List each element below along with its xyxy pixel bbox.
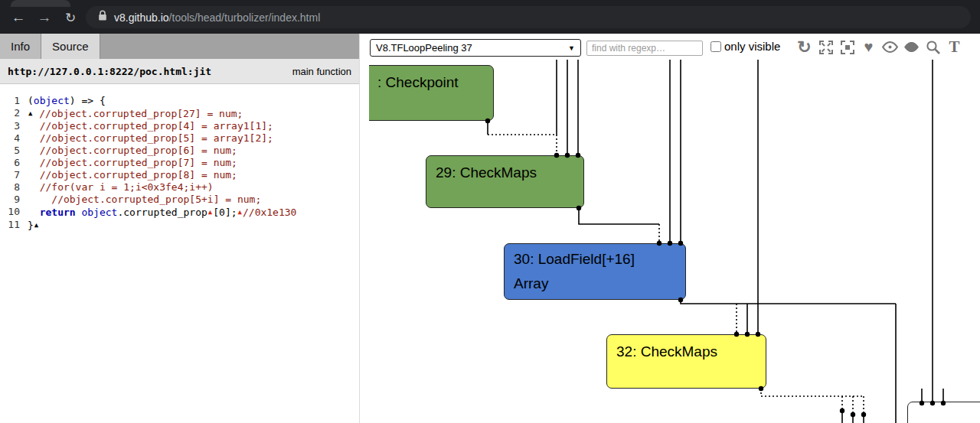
hide-selected-nodes-icon[interactable] <box>902 37 921 57</box>
graph-node-checkpoint[interactable]: : Checkpoint <box>369 65 494 121</box>
line-number: 7 <box>0 169 28 181</box>
compress-layout-icon[interactable] <box>838 37 857 57</box>
source-code: 1(object) => {2▲ //object.corrupted_prop… <box>0 84 359 232</box>
line-number: 3 <box>0 120 28 132</box>
toggle-types-icon[interactable]: T <box>945 37 964 57</box>
node-label: 29: CheckMaps <box>436 164 537 181</box>
code-line[interactable]: 11}▲ <box>0 219 359 232</box>
line-text: return object.corrupted_prop▲[0];▲//0x1e… <box>28 206 296 219</box>
graph-canvas[interactable]: : Checkpoint 29: CheckMaps 30: LoadField… <box>369 60 980 423</box>
toggle-hide-dead-nodes-icon[interactable]: ♥ <box>859 37 878 57</box>
line-number: 8 <box>0 181 28 194</box>
back-icon[interactable]: ← <box>8 8 29 28</box>
graph-node-clipped[interactable] <box>907 402 980 423</box>
layout-graph-icon[interactable]: ↻ <box>795 37 814 57</box>
url-text: v8.github.io/tools/head/turbolizer/index… <box>114 11 320 24</box>
only-visible-option: only visible <box>710 40 780 53</box>
code-line[interactable]: 8 //for(var i = 1;i<0x3fe4;i++) <box>0 181 359 194</box>
code-line[interactable]: 1(object) => { <box>0 95 359 107</box>
chevron-down-icon: ▼ <box>568 44 575 52</box>
show-all-nodes-icon[interactable] <box>816 37 835 57</box>
graph-node-32[interactable]: 32: CheckMaps <box>606 334 766 389</box>
line-text: //object.corrupted_prop[8] = num; <box>28 169 237 181</box>
code-line[interactable]: 10 return object.corrupted_prop▲[0];▲//0… <box>0 206 359 219</box>
line-number: 5 <box>0 145 28 157</box>
graph-node-29[interactable]: 29: CheckMaps <box>426 155 584 208</box>
line-number: 1 <box>0 95 28 107</box>
browser-tab[interactable] <box>11 0 70 7</box>
line-number: 11 <box>0 219 28 232</box>
line-text: (object) => { <box>28 95 106 107</box>
line-text: //object.corrupted_prop[7] = num; <box>28 157 237 169</box>
line-number: 6 <box>0 157 28 169</box>
source-header: http://127.0.0.1:8222/poc.html:jit main … <box>0 59 359 84</box>
url-path: /tools/head/turbolizer/index.html <box>169 11 321 24</box>
tab-info[interactable]: Info <box>0 34 41 59</box>
line-text: //object.corrupted_prop[6] = num; <box>28 145 237 157</box>
code-line[interactable]: 9 //object.corrupted_prop[5+i] = num; <box>0 194 359 206</box>
hide-unselected-nodes-icon[interactable] <box>880 37 900 57</box>
line-text: //object.corrupted_prop[5] = array1[2]; <box>28 132 273 145</box>
line-text: ▲ //object.corrupted_prop[27] = num; <box>28 107 243 120</box>
line-number: 9 <box>0 194 28 206</box>
only-visible-checkbox[interactable] <box>710 41 721 52</box>
forward-icon[interactable]: → <box>34 8 55 28</box>
phase-select-value: V8.TFLoopPeeling 37 <box>376 42 472 54</box>
panel-tabbar: Info Source <box>0 34 359 59</box>
code-line[interactable]: 3 //object.corrupted_prop[4] = array1[1]… <box>0 120 359 132</box>
source-panel: Info Source http://127.0.0.1:8222/poc.ht… <box>0 34 360 423</box>
turbolizer-app: ← → ↻ v8.github.io/tools/head/turbolizer… <box>0 0 980 423</box>
address-bar[interactable]: v8.github.io/tools/head/turbolizer/index… <box>86 6 971 28</box>
code-line[interactable]: 4 //object.corrupted_prop[5] = array1[2]… <box>0 132 359 145</box>
line-number: 4 <box>0 132 28 145</box>
node-label-line2: Array <box>514 272 676 296</box>
line-number: 2 <box>0 107 28 120</box>
line-number: 10 <box>0 206 28 219</box>
search-input[interactable] <box>586 41 703 56</box>
node-label-line1: 30: LoadField[+16] <box>514 247 676 272</box>
line-text: //object.corrupted_prop[5+i] = num; <box>28 194 261 206</box>
code-line[interactable]: 6 //object.corrupted_prop[7] = num; <box>0 157 359 169</box>
graph-node-30[interactable]: 30: LoadField[+16] Array <box>504 243 686 300</box>
lock-icon[interactable] <box>98 10 107 24</box>
line-text: //for(var i = 1;i<0x3fe4;i++) <box>28 181 214 194</box>
code-line[interactable]: 7 //object.corrupted_prop[8] = num; <box>0 169 359 181</box>
line-text: }▲ <box>28 219 39 232</box>
line-text: //object.corrupted_prop[4] = array1[1]; <box>28 120 273 132</box>
function-name: main function <box>292 66 351 77</box>
node-label: 32: CheckMaps <box>616 343 717 360</box>
only-visible-label: only visible <box>724 40 780 53</box>
node-label: : Checkpoint <box>377 74 459 90</box>
code-line[interactable]: 5 //object.corrupted_prop[6] = num; <box>0 145 359 157</box>
phase-select[interactable]: V8.TFLoopPeeling 37 ▼ <box>370 39 581 57</box>
browser-toolbar: ← → ↻ v8.github.io/tools/head/turbolizer… <box>0 0 980 34</box>
url-host: v8.github.io <box>114 11 169 24</box>
source-path: http://127.0.0.1:8222/poc.html:jit <box>8 66 211 77</box>
graph-toolbar-icons: ↻ ♥ T <box>795 37 964 57</box>
reload-icon[interactable]: ↻ <box>60 8 81 28</box>
zoom-to-selection-icon[interactable] <box>923 37 942 57</box>
tab-source[interactable]: Source <box>41 34 100 59</box>
code-line[interactable]: 2▲ //object.corrupted_prop[27] = num; <box>0 107 359 120</box>
